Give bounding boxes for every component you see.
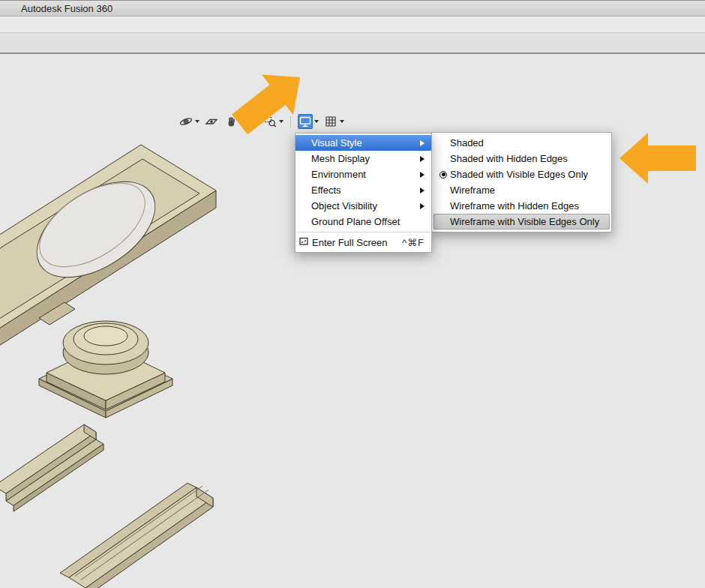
dropdown-caret-icon xyxy=(340,120,344,123)
menu-item-label: Ground Plane Offset xyxy=(311,216,400,227)
app-window: Autodesk Fusion 360 xyxy=(0,0,705,588)
menu-item-label: Mesh Display xyxy=(311,153,370,164)
submenu-item-wireframe[interactable]: Wireframe xyxy=(432,182,611,198)
look-at-button[interactable] xyxy=(204,114,219,129)
submenu-item-shaded-with-visible-edges-only[interactable]: Shaded with Visible Edges Only xyxy=(432,166,611,182)
menu-item-visual-style[interactable]: Visual Style xyxy=(296,135,431,151)
visual-style-submenu: Shaded Shaded with Hidden Edges Shaded w… xyxy=(431,132,612,232)
pan-button[interactable] xyxy=(224,114,238,129)
dropdown-caret-icon xyxy=(195,120,200,123)
zoom-button[interactable] xyxy=(243,114,258,129)
window-title: Autodesk Fusion 360 xyxy=(21,3,112,14)
dropdown-caret-icon xyxy=(314,120,319,123)
display-settings-button[interactable] xyxy=(298,114,319,129)
menu-item-label: Enter Full Screen xyxy=(312,237,387,248)
menu-item-label: Object Visibility xyxy=(311,200,377,212)
submenu-item-label: Wireframe xyxy=(450,184,495,196)
submenu-item-shaded[interactable]: Shaded xyxy=(432,135,611,151)
submenu-item-label: Shaded xyxy=(450,137,484,148)
toolbar-band-upper xyxy=(0,16,705,33)
menu-item-enter-full-screen[interactable]: Enter Full Screen ^⌘F xyxy=(296,235,431,250)
menu-item-label: Effects xyxy=(311,184,341,196)
cad-part-plate xyxy=(0,145,216,348)
display-settings-menu: Visual Style Mesh Display Environment Ef… xyxy=(295,133,432,253)
toolbar-band-lower xyxy=(0,33,705,54)
submenu-item-label: Wireframe with Hidden Edges xyxy=(450,200,579,212)
viewport-canvas[interactable]: Visual Style Mesh Display Environment Ef… xyxy=(0,54,705,588)
submenu-arrow-icon xyxy=(420,156,424,162)
display-settings-icon xyxy=(298,114,313,129)
window-titlebar: Autodesk Fusion 360 xyxy=(0,0,705,16)
zoom-window-icon xyxy=(262,114,278,129)
grid-settings-button[interactable] xyxy=(323,114,344,129)
menu-item-effects[interactable]: Effects xyxy=(296,182,431,198)
menu-item-environment[interactable]: Environment xyxy=(296,166,431,182)
cad-part-rail-large xyxy=(60,483,213,588)
dropdown-caret-icon xyxy=(279,120,284,123)
submenu-item-label: Wireframe with Visible Edges Only xyxy=(450,216,599,227)
grid-settings-icon xyxy=(323,114,338,129)
cad-part-rail-small xyxy=(0,424,104,512)
orbit-button[interactable] xyxy=(178,114,200,129)
submenu-arrow-icon xyxy=(420,172,424,178)
menu-gutter xyxy=(436,171,450,178)
zoom-window-button[interactable] xyxy=(262,114,284,129)
view-toolbar xyxy=(178,112,344,130)
submenu-item-wireframe-with-hidden-edges[interactable]: Wireframe with Hidden Edges xyxy=(432,198,611,214)
menu-separator xyxy=(296,232,430,232)
menu-item-ground-plane-offset[interactable]: Ground Plane Offset xyxy=(296,214,431,230)
menu-item-label: Visual Style xyxy=(311,137,362,148)
submenu-item-shaded-with-hidden-edges[interactable]: Shaded with Hidden Edges xyxy=(432,151,611,166)
look-at-icon xyxy=(204,114,219,129)
pan-icon xyxy=(224,114,238,129)
submenu-arrow-icon xyxy=(420,140,424,146)
cad-part-knob xyxy=(39,321,172,418)
menu-item-mesh-display[interactable]: Mesh Display xyxy=(296,151,431,166)
zoom-icon xyxy=(243,114,258,129)
toolbar-separator xyxy=(290,116,291,128)
submenu-item-label: Shaded with Visible Edges Only xyxy=(450,169,588,180)
submenu-arrow-icon xyxy=(420,188,424,194)
menu-item-label: Environment xyxy=(311,169,366,180)
menu-item-object-visibility[interactable]: Object Visibility xyxy=(296,198,431,214)
radio-indicator xyxy=(440,171,447,178)
submenu-arrow-icon xyxy=(420,203,424,209)
submenu-item-label: Shaded with Hidden Edges xyxy=(450,153,568,164)
fullscreen-icon xyxy=(299,237,308,248)
orbit-icon xyxy=(178,114,194,129)
menu-shortcut: ^⌘F xyxy=(402,237,424,248)
submenu-item-wireframe-with-visible-edges-only[interactable]: Wireframe with Visible Edges Only xyxy=(434,214,610,230)
